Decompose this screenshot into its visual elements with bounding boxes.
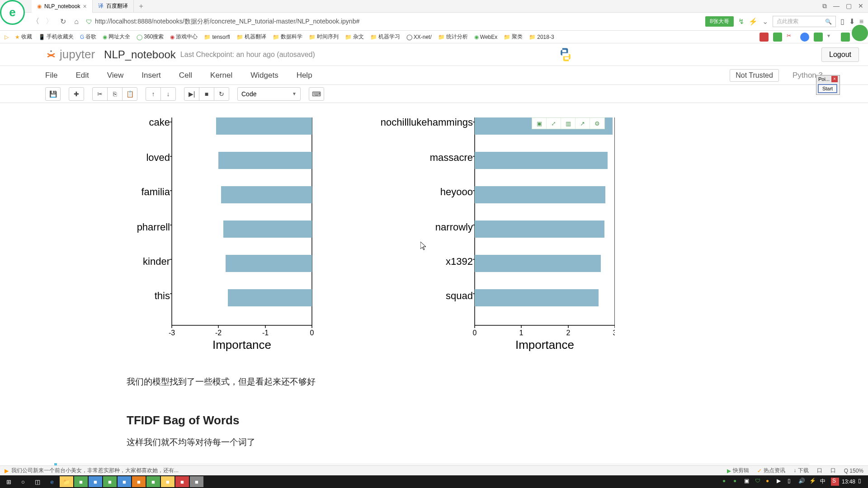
- tray-icon[interactable]: ▯: [788, 478, 796, 486]
- status-item[interactable]: ↓ 下载: [793, 467, 808, 474]
- green-badge[interactable]: 8张大哥: [705, 16, 734, 27]
- url-bar[interactable]: 🛡 http://localhost:8888/notebooks/数据分析/c…: [86, 18, 700, 26]
- app-icon[interactable]: ■: [132, 476, 146, 487]
- bookmark-item[interactable]: ◯360搜索: [137, 33, 164, 41]
- logout-button[interactable]: Logout: [821, 47, 859, 62]
- search-input[interactable]: 点此搜索 🔍: [773, 16, 836, 27]
- tray-icon[interactable]: 🔊: [798, 478, 807, 486]
- cortana-icon[interactable]: ○: [16, 476, 30, 487]
- browser-tab-active[interactable]: ◉ NLP_notebook ×: [32, 0, 93, 13]
- tray-icon[interactable]: ●: [766, 478, 774, 486]
- menu-cell[interactable]: Cell: [179, 71, 192, 80]
- cell-type-select[interactable]: Code: [237, 87, 301, 101]
- bookmark-item[interactable]: 📁杂文: [345, 33, 364, 41]
- window-minimize-icon[interactable]: —: [833, 2, 840, 10]
- bookmark-item[interactable]: 📁时间序列: [309, 33, 339, 41]
- taskview-icon[interactable]: ◫: [31, 476, 44, 487]
- notebook-title[interactable]: NLP_notebook: [104, 48, 176, 61]
- bookmark-item[interactable]: 📁tensorfl: [204, 34, 230, 40]
- close-icon[interactable]: ×: [831, 76, 838, 82]
- tray-icon[interactable]: ⚡: [809, 478, 817, 486]
- tray-icon[interactable]: 🛡: [755, 478, 763, 486]
- bookmark-item[interactable]: 📁机器翻译: [236, 33, 266, 41]
- start-button[interactable]: Start: [818, 84, 837, 93]
- window-close-icon[interactable]: ✕: [858, 2, 863, 10]
- move-up-button[interactable]: ↑: [146, 87, 161, 101]
- cut-button[interactable]: ✂: [92, 87, 108, 101]
- taskbar-clock[interactable]: 13:48: [842, 479, 855, 485]
- status-news[interactable]: 我们公司新来一个前台小美女，非常惹实那种，大家都喜欢她，还有...: [11, 467, 179, 474]
- bookmark-item[interactable]: 📁统计分析: [438, 33, 468, 41]
- ext-icon[interactable]: [800, 33, 809, 42]
- app-icon[interactable]: ■: [103, 476, 117, 487]
- bookmark-item[interactable]: 📁机器学习: [370, 33, 400, 41]
- search-icon[interactable]: 🔍: [825, 19, 832, 25]
- app-icon[interactable]: ■: [118, 476, 131, 487]
- bookmark-item[interactable]: 📁2018-3: [529, 34, 554, 40]
- tray-icon[interactable]: ●: [733, 478, 741, 486]
- menu-icon[interactable]: ≡: [859, 18, 863, 26]
- bookmark-item[interactable]: ◯XX-net/: [406, 34, 432, 40]
- back-icon[interactable]: 〈: [32, 18, 40, 26]
- ext-icon[interactable]: ✂: [787, 33, 796, 42]
- edge-icon[interactable]: e: [45, 476, 59, 487]
- ext-icon[interactable]: [814, 33, 823, 42]
- add-cell-button[interactable]: ✚: [69, 87, 84, 101]
- home-icon[interactable]: ⌂: [72, 18, 80, 26]
- app-icon[interactable]: ■: [190, 476, 203, 487]
- tray-icon[interactable]: ▯: [858, 478, 866, 486]
- bookmark-item[interactable]: ◉游戏中心: [170, 33, 198, 41]
- bookmark-item[interactable]: 📁数据科学: [273, 33, 302, 41]
- status-item[interactable]: ✓热点资讯: [757, 467, 785, 474]
- play-icon[interactable]: ▷: [5, 34, 9, 40]
- ext-icon[interactable]: ▾: [827, 33, 836, 42]
- plot-tool-icon[interactable]: ⚙: [590, 118, 604, 129]
- stop-button[interactable]: ■: [199, 87, 214, 101]
- bookmark-item[interactable]: 📱手机收藏夹: [38, 33, 74, 41]
- status-item[interactable]: 口: [830, 467, 836, 474]
- browser-tab[interactable]: 译 百度翻译: [93, 0, 134, 13]
- move-down-button[interactable]: ↓: [160, 87, 176, 101]
- status-left-icon[interactable]: ▶: [5, 468, 9, 474]
- menu-insert[interactable]: Insert: [142, 71, 161, 80]
- tray-icon[interactable]: ▶: [777, 478, 785, 486]
- menu-view[interactable]: View: [107, 71, 124, 80]
- plot-tool-icon[interactable]: ▣: [532, 118, 547, 129]
- mobile-icon[interactable]: ▯: [840, 17, 844, 26]
- window-maximize-icon[interactable]: ▢: [846, 2, 852, 10]
- plot-tool-icon[interactable]: ▥: [561, 118, 576, 129]
- explorer-icon[interactable]: 📁: [60, 476, 73, 487]
- dropdown-icon[interactable]: ⌄: [762, 17, 768, 26]
- run-button[interactable]: ▶|: [184, 87, 199, 101]
- restart-button[interactable]: ↻: [214, 87, 229, 101]
- new-tab-button[interactable]: +: [134, 2, 149, 10]
- bookmark-item[interactable]: ◉网址大全: [103, 33, 130, 41]
- plot-tool-icon[interactable]: ⤢: [547, 118, 561, 129]
- reload-icon[interactable]: ↻: [59, 18, 67, 26]
- status-zoom[interactable]: Q 150%: [844, 468, 863, 474]
- app-icon[interactable]: ■: [175, 476, 189, 487]
- forward-icon[interactable]: 〉: [45, 18, 53, 26]
- app-icon[interactable]: ■: [146, 476, 160, 487]
- bookmark-item[interactable]: 📁聚类: [504, 33, 523, 41]
- share-icon[interactable]: ↯: [738, 17, 744, 26]
- app-icon[interactable]: ■: [161, 476, 175, 487]
- profile-avatar[interactable]: [852, 25, 868, 41]
- command-palette-button[interactable]: ⌨: [309, 87, 324, 101]
- menu-widgets[interactable]: Widgets: [250, 71, 278, 80]
- flash-icon[interactable]: ⚡: [749, 17, 758, 26]
- app-icon[interactable]: ■: [74, 476, 88, 487]
- copy-button[interactable]: ⎘: [107, 87, 123, 101]
- app-icon[interactable]: ■: [89, 476, 102, 487]
- tray-icon[interactable]: ▣: [744, 478, 752, 486]
- floating-widget[interactable]: Poi...× Start: [816, 75, 840, 95]
- jupyter-logo[interactable]: jupyter: [45, 47, 95, 61]
- status-item[interactable]: 口: [817, 467, 822, 474]
- start-button[interactable]: ⊞: [2, 476, 15, 487]
- trust-button[interactable]: Not Trusted: [730, 69, 779, 82]
- ext-icon[interactable]: [760, 33, 769, 42]
- tray-icon[interactable]: ●: [722, 478, 731, 486]
- window-restore-icon[interactable]: ⧉: [822, 2, 827, 10]
- menu-help[interactable]: Help: [297, 71, 312, 80]
- tray-icon[interactable]: 中: [820, 478, 828, 486]
